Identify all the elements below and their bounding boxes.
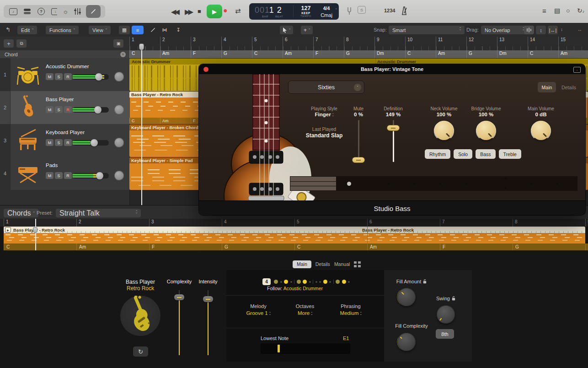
tracks-view-icon[interactable]: ≡: [132, 26, 144, 34]
ruler-bar-number[interactable]: 15: [558, 37, 588, 50]
beat-count-badge[interactable]: 4: [262, 278, 271, 285]
playhead-line[interactable]: [141, 44, 142, 205]
solo-button[interactable]: S: [55, 106, 63, 113]
beat-dot[interactable]: [348, 281, 350, 283]
solo-mode-icon[interactable]: S: [358, 6, 366, 14]
ruler-bar-number[interactable]: 3: [149, 219, 222, 227]
beat-dot[interactable]: [297, 280, 301, 284]
pickup-button[interactable]: Rhythm: [425, 149, 450, 159]
pencil-tool-icon[interactable]: [147, 26, 158, 34]
chord-cell[interactable]: Dm: [374, 50, 405, 58]
close-window-icon[interactable]: [203, 67, 208, 72]
chord-cell[interactable]: G: [513, 244, 585, 250]
beat-dot[interactable]: [274, 280, 278, 284]
bar-ruler[interactable]: 123456789101112131415: [129, 37, 588, 50]
editor-region-bass[interactable]: ▶ Bass Player - Retro Rock Bass Player -…: [4, 227, 585, 244]
pointer-tool-selector[interactable]: ˇ: [280, 26, 293, 34]
ruler-bar-number[interactable]: 1: [4, 219, 76, 227]
ruler-bar-number[interactable]: 2: [160, 37, 191, 50]
volume-meter[interactable]: [72, 107, 109, 113]
ruler-bar-number[interactable]: 11: [436, 37, 466, 50]
beat-dot[interactable]: [303, 280, 307, 284]
chord-cell[interactable]: Am: [558, 50, 588, 58]
beat-dot[interactable]: [342, 280, 346, 284]
list-editors-icon[interactable]: ≡: [542, 7, 546, 15]
solo-button[interactable]: S: [55, 73, 63, 80]
beat-dot[interactable]: [336, 280, 340, 284]
editor-playhead-line[interactable]: [35, 219, 36, 250]
loop-browser-icon[interactable]: ↻♪: [577, 7, 584, 14]
waveform-zoom-icon[interactable]: [524, 26, 534, 34]
volume-knob[interactable]: [94, 106, 102, 114]
ruler-bar-number[interactable]: 4: [222, 219, 294, 227]
mute-button[interactable]: M: [46, 106, 53, 113]
stop-button[interactable]: ■: [198, 8, 201, 15]
ruler-bar-number[interactable]: 9: [585, 219, 588, 227]
chord-cell[interactable]: Am: [160, 50, 191, 58]
definition-slider-handle[interactable]: [387, 125, 400, 131]
functions-menu[interactable]: Functionsˇ: [46, 26, 79, 34]
preset-select[interactable]: Straight Talkˆˇ: [56, 209, 141, 217]
chord-cell[interactable]: C: [4, 244, 76, 250]
fill-complexity-knob[interactable]: [396, 331, 417, 352]
pan-knob[interactable]: [114, 105, 124, 114]
plugin-window-bass-player[interactable]: Bass Player: Vintage Tone ↓: [199, 64, 585, 215]
tab-details[interactable]: Details: [315, 261, 330, 267]
lcd-tempo-block[interactable]: 127 KEEP TEMPO: [296, 5, 316, 17]
window-link-icon[interactable]: ↓: [573, 67, 581, 73]
ruler-bar-number[interactable]: 7: [313, 37, 344, 50]
swing-unit-button[interactable]: 8th: [436, 329, 454, 339]
ruler-bar-number[interactable]: 8: [513, 219, 585, 227]
ruler-bar-number[interactable]: 10: [405, 37, 436, 50]
ruler-bar-number[interactable]: 14: [528, 37, 558, 50]
plugin-tab-main[interactable]: Main: [538, 82, 556, 92]
mute-slider-handle[interactable]: [352, 157, 365, 163]
chords-menu-button[interactable]: Chordsˇ: [4, 209, 38, 217]
dim-mode-icon[interactable]: ☼: [63, 8, 69, 15]
beat-dots[interactable]: [274, 278, 350, 285]
ruler-bar-number[interactable]: 6: [367, 219, 440, 227]
chord-cell[interactable]: Am: [367, 244, 440, 250]
ruler-bar-number[interactable]: 6: [283, 37, 313, 50]
track-header-acoustic-drummer[interactable]: 1 Acoustic Drummer M S R: [0, 58, 129, 92]
lowest-note-tick[interactable]: [278, 345, 280, 352]
chord-cell[interactable]: G: [221, 50, 252, 58]
ruler-bar-number[interactable]: 7: [440, 219, 513, 227]
duplicate-track-button[interactable]: ⧉: [16, 39, 27, 48]
drag-select[interactable]: No Overlapˆˇ: [481, 26, 528, 34]
chord-cell[interactable]: C: [294, 244, 367, 250]
lcd-display[interactable]: 0011 2 BAR BEAT 127 KEEP TEMPO 4/4 Cmaj …: [249, 3, 339, 20]
mute-slider-track[interactable]: [358, 120, 359, 162]
help-icon[interactable]: ?: [37, 8, 45, 15]
record-button[interactable]: R: [64, 139, 72, 146]
chord-cell[interactable]: G: [344, 50, 374, 58]
volume-meter[interactable]: [72, 140, 109, 146]
fill-amount-knob[interactable]: [396, 287, 417, 308]
session-circle-icon[interactable]: ○: [566, 7, 570, 14]
global-chord-track[interactable]: CAmFGCAmFGDmCAmGDmCAm: [129, 50, 588, 59]
playhead-marker[interactable]: [139, 43, 144, 50]
lowest-note-slider[interactable]: [261, 343, 350, 354]
ruler-bar-number[interactable]: 4: [221, 37, 252, 50]
editor-playhead-marker[interactable]: [33, 227, 37, 233]
beat-dot[interactable]: [333, 280, 334, 284]
tab-main[interactable]: Main: [293, 260, 311, 268]
track-header-keyboard-player[interactable]: 3 Keyboard Player M S R: [0, 124, 129, 157]
mute-button[interactable]: M: [46, 172, 53, 179]
knob-face[interactable]: [476, 121, 496, 140]
chord-cell[interactable]: F: [313, 50, 344, 58]
edit-mode-pencil-icon[interactable]: [86, 5, 101, 18]
beat-dot[interactable]: [319, 281, 321, 283]
ruler-bar-number[interactable]: 9: [374, 37, 405, 50]
track-header-pads[interactable]: 4 Pads M S R: [0, 157, 129, 190]
plugin-knob[interactable]: Neck Volume 100 %: [423, 106, 465, 147]
secondary-tool-selector[interactable]: + ˇ: [301, 26, 313, 34]
plugin-title-bar[interactable]: Bass Player: Vintage Tone: [199, 64, 585, 74]
fretboard-display[interactable]: [290, 177, 577, 190]
pickup-button[interactable]: Bass: [476, 149, 495, 159]
player-avatar[interactable]: [120, 296, 160, 336]
chord-cell[interactable]: C: [129, 50, 160, 58]
beat-dot[interactable]: [323, 280, 327, 284]
count-in-icon[interactable]: 1234: [384, 8, 395, 13]
melody-select[interactable]: Melody Groove 1 ˆˇ: [235, 303, 281, 317]
